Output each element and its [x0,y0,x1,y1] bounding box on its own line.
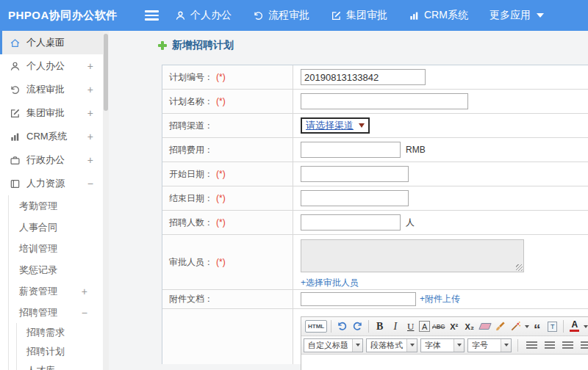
sidebar-item-attendance[interactable]: 考勤管理 [9,195,103,217]
underline-button[interactable]: U [404,319,417,333]
sidebar-item-label: 个人桌面 [26,36,65,49]
font-size-dropdown[interactable]: 字号 [467,338,512,352]
font-style-button[interactable]: A [419,321,430,332]
bar-chart-icon [409,10,420,21]
custom-heading-dropdown[interactable]: 自定义标题 [304,338,363,352]
sidebar-item-label: 招聘计划 [26,345,65,358]
field-label: 开始日期： [169,168,213,181]
topnav-group-approval[interactable]: 集团审批 [331,9,387,22]
sidebar-item-training[interactable]: 培训管理 [9,238,103,259]
html-source-button[interactable]: HTML [305,320,327,333]
required-marker: (*) [216,217,226,228]
expand-toggle[interactable]: + [82,286,87,297]
field-label: 招聘费用： [169,144,213,156]
select-approvers-link[interactable]: +选择审批人员 [301,277,359,289]
paragraph-format-dropdown[interactable]: 段落格式 [366,338,417,352]
paste-text-icon[interactable]: T [545,319,559,333]
approvers-textarea[interactable] [301,239,524,272]
plan-name-input[interactable] [301,93,468,109]
redo-icon[interactable] [351,319,365,333]
italic-button[interactable]: I [388,319,402,333]
expand-toggle[interactable]: + [87,84,93,95]
form-row-editor: HTML B I U A ABC X² X₂ [162,309,588,364]
form-row-channel: 招聘渠道： 请选择渠道 [162,114,588,138]
sidebar-item-crm[interactable]: CRM系统 + [0,125,103,148]
collapse-toggle[interactable]: − [82,307,87,319]
magic-wand-icon[interactable] [509,319,523,333]
field-label: 计划名称： [169,95,213,108]
subscript-button[interactable]: X₂ [462,319,476,333]
align-justify-icon[interactable] [581,341,588,349]
topnav-crm[interactable]: CRM系统 [409,9,468,22]
plan-number-input[interactable] [301,69,426,85]
menu-icon[interactable] [145,10,159,21]
toolbar-separator [563,320,564,333]
sidebar-item-recruitment-demand[interactable]: 招聘需求 [17,323,103,342]
form-row-end-date: 结束日期： (*) [162,186,588,211]
expand-toggle[interactable]: + [87,131,93,142]
topbar: PHPOA协同办公软件 个人办公 流程审批 集团审批 CRM系统 [0,0,588,31]
sidebar-item-group-approval[interactable]: 集团审批 + [0,101,103,125]
toolbar-separator [368,320,369,333]
sidebar-item-rewards[interactable]: 奖惩记录 [9,259,103,280]
field-label: 招聘渠道： [169,120,213,132]
topnav-more-apps[interactable]: 更多应用 [490,9,544,22]
fee-input[interactable] [301,142,401,158]
topnav-label: 集团审批 [346,9,387,22]
topnav-workflow-approval[interactable]: 流程审批 [253,9,309,22]
topnav-label: CRM系统 [424,9,468,22]
align-right-icon[interactable] [562,341,573,349]
align-left-icon[interactable] [526,341,537,349]
caret-down-icon[interactable] [525,325,529,328]
align-center-icon[interactable] [545,341,555,349]
strikethrough-button[interactable]: ABC [431,319,445,333]
form-row-plan-number: 计划编号： (*) [162,65,588,90]
expand-toggle[interactable]: + [87,107,93,119]
expand-toggle[interactable]: + [87,60,93,72]
required-marker: (*) [216,193,226,203]
bold-button[interactable]: B [373,319,387,333]
sidebar-item-salary[interactable]: 薪资管理 + [9,280,103,302]
start-date-input[interactable] [301,166,409,182]
font-color-button[interactable]: A [567,319,581,333]
add-icon [158,41,167,50]
sidebar-item-admin-office[interactable]: 行政办公 + [0,148,103,172]
editor-toolbar-2: 自定义标题 段落格式 字体 字号 [301,336,588,355]
sidebar-item-recruitment[interactable]: 招聘管理 − [9,302,103,323]
form-row-plan-name: 计划名称： (*) [162,90,588,114]
toolbar-separator [517,339,518,352]
sidebar-item-label: 人事合同 [19,221,57,234]
format-brush-icon[interactable] [493,319,507,333]
superscript-button[interactable]: X² [447,319,461,333]
app-title: PHPOA协同办公软件 [8,0,118,31]
end-date-input[interactable] [301,190,409,206]
required-marker: (*) [216,72,226,82]
caret-down-icon [406,339,417,352]
sidebar-item-personal-desktop[interactable]: 个人桌面 [0,31,103,54]
form-row-approvers: 审批人员： (*) +选择审批人员 [162,235,588,290]
sidebar-item-hr-contract[interactable]: 人事合同 [9,217,103,238]
eraser-icon[interactable] [478,319,492,333]
sidebar-item-talent-pool[interactable]: 人才库 [17,361,103,370]
sidebar-item-workflow-approval[interactable]: 流程审批 + [0,78,103,101]
sidebar-item-recruitment-plan[interactable]: 招聘计划 [17,342,103,361]
attachment-upload-link[interactable]: +附件上传 [420,293,460,305]
sidebar-item-label: 流程审批 [26,83,65,96]
editor-content-area[interactable] [301,355,588,370]
toolbar-separator [331,320,331,333]
attachment-input[interactable] [301,292,416,306]
page-header: 新增招聘计划 [158,39,234,52]
resize-grip-icon[interactable] [516,264,523,271]
font-family-dropdown[interactable]: 字体 [420,338,465,352]
undo-icon[interactable] [335,319,349,333]
sidebar-item-human-resources[interactable]: 人力资源 − [0,172,103,195]
expand-toggle[interactable]: + [87,154,93,166]
topnav-personal-office[interactable]: 个人办公 [175,9,232,22]
headcount-input[interactable] [301,214,401,231]
channel-select[interactable]: 请选择渠道 [301,117,370,134]
sidebar-item-personal-office[interactable]: 个人办公 + [0,54,103,78]
sidebar-scrollbar-thumb[interactable] [104,34,108,111]
caret-down-icon[interactable] [584,325,588,328]
collapse-toggle[interactable]: − [87,178,93,189]
blockquote-button[interactable]: “ [530,319,544,333]
